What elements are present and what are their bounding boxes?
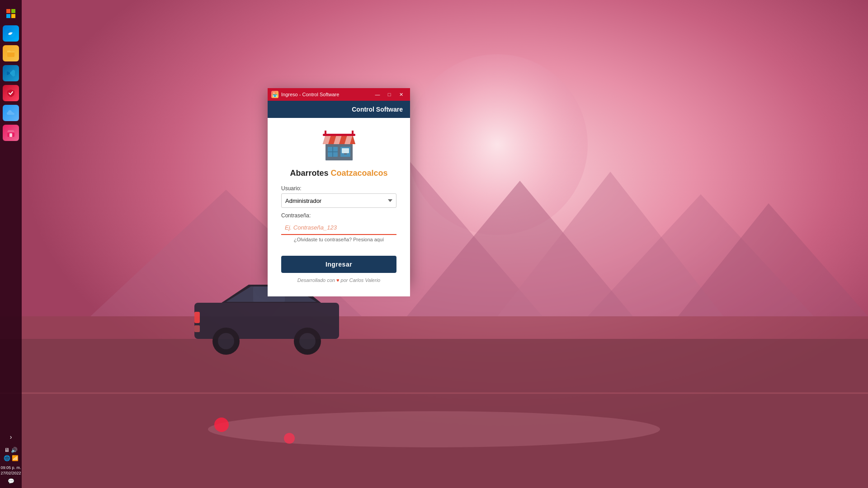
- close-button[interactable]: ✕: [396, 90, 406, 99]
- taskbar-expand-button[interactable]: ›: [3, 431, 19, 443]
- svg-rect-24: [6, 14, 10, 18]
- forgot-password-link[interactable]: ¿Olvidaste tu contraseña? Presiona aquí: [281, 237, 396, 242]
- svg-point-15: [218, 333, 234, 349]
- window-controls: — □ ✕: [372, 90, 406, 99]
- password-input[interactable]: [281, 221, 396, 235]
- svg-rect-44: [323, 134, 355, 136]
- svg-point-11: [208, 411, 660, 447]
- system-icons: 🖥 🔊 🌐 📶: [4, 447, 19, 461]
- app-title: Abarrotes Coatzacoalcos: [290, 169, 387, 178]
- date-display: 27/02/2022: [0, 470, 21, 476]
- taskbar-bottom-area: › 🖥 🔊 🌐 📶 09:05 p. m. 27/02/2022 💬: [0, 431, 22, 488]
- window-title-text: Ingreso - Control Software: [281, 92, 339, 97]
- svg-rect-22: [6, 9, 10, 13]
- display-icon[interactable]: 🖥: [4, 447, 9, 453]
- taskbar-windows-button[interactable]: [3, 5, 19, 22]
- svg-rect-46: [352, 131, 354, 135]
- taskbar-vscode-icon[interactable]: [3, 65, 19, 81]
- notification-icon[interactable]: 💬: [8, 478, 14, 484]
- time-display: 09:05 p. m.: [0, 465, 21, 471]
- background-svg: [0, 0, 868, 488]
- app-title-prefix: Abarrotes: [290, 169, 330, 178]
- taskbar: › 🖥 🔊 🌐 📶 09:05 p. m. 27/02/2022 💬: [0, 0, 22, 488]
- window-body: Abarrotes Coatzacoalcos Usuario: Adminis…: [268, 118, 410, 296]
- svg-point-17: [299, 333, 316, 349]
- svg-rect-25: [11, 14, 15, 18]
- wifi-icon[interactable]: 🌐: [4, 455, 10, 461]
- svg-rect-19: [194, 325, 200, 332]
- banner-title: Control Software: [352, 106, 403, 113]
- taskbar-edge-icon[interactable]: [3, 25, 19, 42]
- window-footer: Desarrollado con ♥ por Carlos Valerio: [297, 273, 380, 289]
- taskbar-cloud-icon[interactable]: [3, 105, 19, 121]
- svg-rect-23: [11, 9, 15, 13]
- store-logo-icon: [321, 127, 357, 163]
- sound-icon[interactable]: 🔊: [11, 447, 18, 453]
- app-title-accent: Coatzacoalcos: [330, 169, 387, 178]
- user-label: Usuario:: [281, 185, 396, 192]
- svg-rect-41: [344, 153, 347, 155]
- svg-rect-40: [342, 148, 349, 153]
- window-title-left: 🏪 Ingreso - Control Software: [271, 91, 339, 98]
- window-app-icon: 🏪: [271, 91, 278, 98]
- bluetooth-icon[interactable]: 📶: [12, 455, 19, 461]
- footer-text-after: por Carlos Valerio: [340, 277, 381, 283]
- password-form-group: Contraseña: ¿Olvidaste tu contraseña? Pr…: [281, 212, 396, 242]
- user-select[interactable]: Administrador: [281, 193, 396, 208]
- svg-rect-29: [9, 133, 12, 137]
- taskbar-store-icon[interactable]: [3, 125, 19, 141]
- app-window: 🏪 Ingreso - Control Software — □ ✕ Contr…: [268, 88, 410, 282]
- svg-point-21: [284, 433, 295, 444]
- store-svg-icon: [321, 127, 357, 163]
- window-titlebar: 🏪 Ingreso - Control Software — □ ✕: [268, 88, 410, 101]
- taskbar-files-icon[interactable]: [3, 45, 19, 61]
- svg-rect-45: [325, 131, 326, 135]
- svg-point-20: [214, 418, 229, 432]
- minimize-button[interactable]: —: [372, 90, 383, 99]
- desktop-background: [0, 0, 868, 488]
- taskbar-time: 09:05 p. m. 27/02/2022: [0, 465, 21, 476]
- taskbar-security-icon[interactable]: [3, 85, 19, 101]
- password-label: Contraseña:: [281, 212, 396, 219]
- svg-rect-18: [194, 312, 200, 323]
- user-form-group: Usuario: Administrador: [281, 185, 396, 208]
- window-header-banner: Control Software: [268, 101, 410, 118]
- login-button[interactable]: Ingresar: [281, 256, 396, 273]
- footer-text-before: Desarrollado con: [297, 277, 336, 283]
- maximize-button[interactable]: □: [384, 90, 395, 99]
